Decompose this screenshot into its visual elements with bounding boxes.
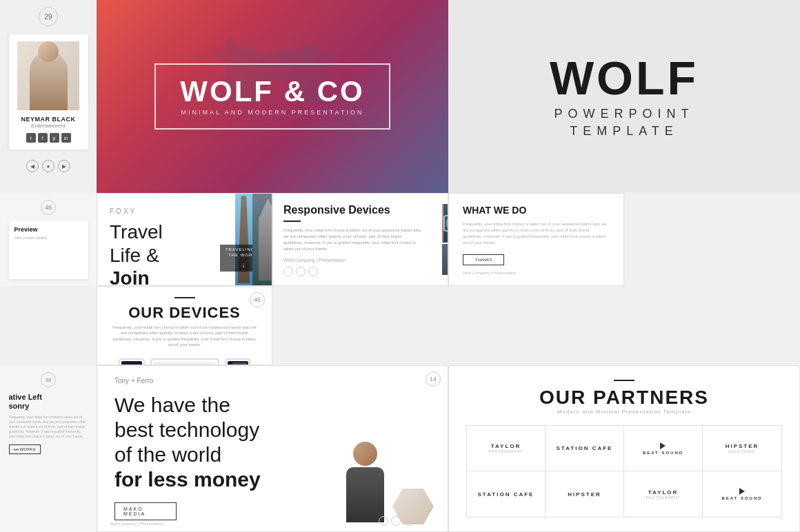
- partner-beat-sound: BEAT SOUND: [624, 426, 703, 471]
- thanks-button[interactable]: THANKS: [463, 254, 504, 265]
- svg-point-0: [297, 45, 317, 65]
- hero-slide: WOLF & CO MINIMAL AND MODERN PRESENTATIO…: [97, 0, 448, 193]
- devices-slide-number: 46: [250, 292, 265, 307]
- hero-title-box: WOLF & CO MINIMAL AND MODERN PRESENTATIO…: [154, 63, 390, 130]
- person-body: [346, 467, 384, 522]
- hero-title: WOLF & CO: [180, 77, 364, 106]
- responsive-right: [442, 204, 448, 275]
- whatwedo-title: WHAT WE DO: [463, 205, 610, 216]
- social-icons: t f p in: [26, 133, 71, 143]
- resp-photo-b: [443, 204, 448, 243]
- partner-station-cafe: STATION CAFE: [546, 426, 624, 471]
- partners-divider: [614, 380, 634, 381]
- responsive-slide: Responsive Devices Frequently, your init…: [272, 193, 448, 286]
- resp-bottom-photos: [442, 244, 448, 275]
- tablet-mockup: [150, 358, 219, 365]
- partner-taylor: TAYLORPHOTOGRAPHY: [467, 426, 546, 471]
- partner-hipster: HIPSTERSOLUTIONS: [703, 426, 781, 471]
- play-icon-2: [739, 488, 745, 495]
- responsive-content: Responsive Devices Frequently, your init…: [283, 204, 437, 275]
- current-dot: ●: [42, 160, 54, 172]
- person-role: Entertainment: [31, 123, 66, 129]
- travel-image-1: TRAVELING IN THE WORLD ↓: [235, 194, 252, 285]
- top-left-panel: 29 NEYMAR BLACK Entertainment t f p in: [0, 0, 97, 193]
- foxy-label: FOXY: [110, 207, 223, 215]
- brand-title: WOLF: [550, 54, 699, 101]
- person-name: NEYMAR BLACK: [21, 116, 76, 123]
- mako-button[interactable]: MAKO MEDIA: [114, 502, 177, 520]
- tech-slide-number: 14: [426, 371, 441, 387]
- whatwedo-desc: Frequently, your initial font choice is …: [463, 221, 610, 246]
- travel-images: TRAVELING IN THE WORLD ↓: [235, 194, 272, 285]
- prev-arrow[interactable]: ◀: [26, 160, 39, 172]
- person-card: NEYMAR BLACK Entertainment t f p in: [9, 34, 88, 150]
- svg-point-1: [234, 45, 248, 59]
- resp-nav: [283, 267, 442, 276]
- tech-nav-3[interactable]: [403, 516, 413, 526]
- brand-sub1: POWERPOINT: [550, 107, 699, 121]
- middle-row: 46 Preview Slide preview content 46 OUR …: [0, 193, 800, 365]
- person-photo: [17, 41, 79, 110]
- devices-mockups: [111, 358, 258, 365]
- resp-nav-1[interactable]: [283, 267, 293, 276]
- travel-image-2: [252, 194, 272, 285]
- partners-subtitle: Modern and Minimal Presentation Template: [557, 409, 691, 415]
- hero-subtitle: MINIMAL AND MODERN PRESENTATION: [180, 109, 364, 116]
- tech-company: Wolf Company | Presentation: [110, 522, 163, 526]
- person-head: [353, 442, 377, 466]
- tech-nav-1[interactable]: [379, 516, 388, 526]
- travel-left: FOXY Travel Life & Join: [97, 194, 235, 285]
- tech-nav: [379, 516, 413, 526]
- pinterest-icon[interactable]: p: [50, 133, 59, 143]
- resp-nav-2[interactable]: [296, 267, 306, 276]
- bottom-row: 38 ative Left sonry Frequently, your ini…: [0, 365, 800, 532]
- facebook-icon[interactable]: f: [38, 133, 48, 143]
- phone-mockup-1: [119, 358, 145, 365]
- travel-heading: Travel Life & Join: [110, 221, 223, 286]
- creative-left-heading: ative Left sonry: [9, 393, 88, 411]
- resp-photo-c: [442, 244, 448, 275]
- mid-slide-number: 46: [41, 200, 56, 215]
- responsive-title: Responsive Devices: [283, 204, 442, 216]
- responsive-left: Responsive Devices Frequently, your init…: [283, 204, 442, 275]
- tony-name: Tony + Ferro: [114, 377, 430, 385]
- watch-icon: [443, 215, 448, 232]
- whatwedo-slide: WHAT WE DO Frequently, your initial font…: [448, 193, 624, 286]
- brand-sub2: TEMPLATE: [550, 124, 699, 139]
- resp-photo-collage: [442, 204, 448, 275]
- resp-desc: Frequently, your initial font choice is …: [283, 227, 421, 252]
- partner-station-cafe-2: STATION CAFE: [467, 471, 546, 517]
- linkedin-icon[interactable]: in: [61, 133, 71, 143]
- creative-left-text: ative Left sonry Frequently, your initia…: [9, 393, 88, 525]
- phone-mockup-2: [225, 358, 251, 365]
- resp-divider: [283, 221, 301, 222]
- resp-company: Wolf Company | Presentation: [283, 258, 442, 263]
- mid-left-panel: 46 Preview Slide preview content: [0, 193, 97, 286]
- partner-hipster-2: HIPSTER: [546, 471, 624, 517]
- creative-works-button[interactable]: ive WORKS: [9, 444, 41, 454]
- bot-slide-number: 38: [41, 372, 56, 387]
- devices-divider: [174, 297, 195, 298]
- mid-left-card-content: Preview: [14, 226, 83, 233]
- bot-left-panel: 38 ative Left sonry Frequently, your ini…: [0, 365, 97, 532]
- tech-slide: 14 Tony + Ferro We have the best technol…: [97, 365, 448, 532]
- partner-beat-sound-2: BEAT SOUND: [703, 471, 781, 517]
- nav-arrows: ◀ ● ▶: [26, 160, 70, 172]
- brand-text-panel: WOLF POWERPOINT TEMPLATE: [448, 0, 800, 193]
- resp-nav-3[interactable]: [308, 267, 318, 276]
- partners-grid: TAYLORPHOTOGRAPHY STATION CAFE BEAT SOUN…: [466, 425, 782, 518]
- devices-slide: 46 OUR DEVICES Frequently, your initial …: [97, 286, 272, 365]
- brand-text: WOLF POWERPOINT TEMPLATE: [550, 54, 699, 139]
- mid-left-card: Preview Slide preview content: [9, 221, 88, 279]
- devices-title-area: OUR DEVICES Frequently, your initial fon…: [111, 297, 258, 348]
- devices-desc: Frequently, your initial font choice is …: [111, 325, 258, 348]
- slide-number: 29: [39, 7, 58, 26]
- partners-title: OUR PARTNERS: [539, 387, 709, 409]
- next-arrow[interactable]: ▶: [58, 160, 70, 172]
- partner-taylor-2: TAYLORPHOTOGRAPHY: [624, 471, 703, 517]
- resp-top-photos: [442, 204, 448, 243]
- tech-nav-2[interactable]: [391, 516, 401, 526]
- twitter-icon[interactable]: t: [26, 133, 36, 143]
- creative-left-desc: Frequently, your initial font choice is …: [9, 415, 88, 439]
- whatwedo-company: Wolf Company | Presentation: [463, 271, 610, 275]
